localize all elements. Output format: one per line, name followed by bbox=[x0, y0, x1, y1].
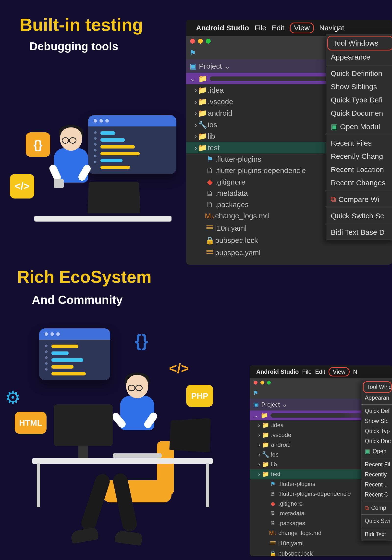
view-menu-item[interactable]: Quick Typ bbox=[361, 426, 392, 436]
menu-item-label: Recent C bbox=[365, 491, 388, 498]
view-menu-item[interactable]: Quick Swi bbox=[361, 516, 392, 526]
view-menu-item[interactable]: Quick Documen bbox=[326, 107, 392, 120]
view-menu-item[interactable]: Recent Fil bbox=[361, 460, 392, 470]
close-icon[interactable] bbox=[254, 381, 257, 385]
chevron-down-icon: ⌄ bbox=[282, 401, 287, 408]
view-menu-item[interactable]: Appearance bbox=[326, 50, 392, 64]
tree-item-label: pubspec.lock bbox=[278, 550, 313, 556]
tree-item-pubspec-yaml[interactable]: ›𝍢pubspec.yaml bbox=[186, 246, 392, 259]
view-menu-item[interactable]: Bidi Text bbox=[361, 529, 392, 539]
chevron-right-icon: › bbox=[258, 471, 260, 478]
view-menu-item[interactable]: Tool Windows bbox=[327, 36, 392, 50]
view-menu-item[interactable]: Recent L bbox=[361, 480, 392, 490]
laptop-illustration bbox=[169, 418, 211, 452]
section2-subtitle: And Community bbox=[32, 293, 152, 307]
chevron-right-icon: › bbox=[195, 86, 197, 94]
view-menu-item[interactable]: ⧉Comp bbox=[361, 503, 392, 513]
tree-item-label: lib bbox=[208, 132, 215, 140]
app-name[interactable]: Android Studio bbox=[196, 24, 249, 32]
module-icon: ▣ bbox=[365, 448, 370, 455]
tree-item-label: change_logs.md bbox=[278, 530, 321, 536]
menu-view[interactable]: View bbox=[329, 367, 350, 376]
tree-item-label: ios bbox=[271, 451, 279, 458]
laptop-illustration bbox=[88, 182, 140, 213]
view-menu-item[interactable]: ▣Open bbox=[361, 446, 392, 456]
folder-icon: 📁 bbox=[261, 412, 268, 419]
view-menu-item[interactable]: Recent Files bbox=[326, 137, 392, 150]
code-tag-icon: </> bbox=[10, 174, 34, 199]
menu-item-label: Bidi Text bbox=[365, 531, 386, 538]
chevron-down-icon: ⌄ bbox=[253, 412, 258, 419]
tree-item-label: .metadata bbox=[278, 510, 305, 517]
tree-item-label: .flutter-plugins bbox=[278, 481, 315, 487]
menu-item-label: Tool Wind bbox=[367, 384, 392, 390]
view-menu-item[interactable]: ▣Open Modul bbox=[326, 120, 392, 133]
gear-icon: ⚙ bbox=[5, 387, 24, 407]
menu-edit[interactable]: Edit bbox=[272, 24, 284, 32]
view-menu-dropdown: Tool WindAppearanQuick DefShow SibQuick … bbox=[361, 380, 392, 541]
menu-item-label: Show Siblings bbox=[331, 83, 377, 91]
chevron-right-icon: › bbox=[195, 144, 197, 152]
view-menu-item[interactable]: Recent Location bbox=[326, 163, 392, 176]
project-icon: ▣ bbox=[190, 62, 196, 70]
menu-item-label: Appearance bbox=[331, 53, 370, 61]
chevron-down-icon: ⌄ bbox=[190, 74, 196, 83]
menu-view[interactable]: View bbox=[290, 23, 314, 33]
menu-navigate[interactable]: N bbox=[353, 368, 357, 375]
project-label: Project bbox=[261, 401, 280, 408]
menu-item-label: Bidi Text Base D bbox=[331, 228, 385, 236]
menu-item-label: Quick Definition bbox=[331, 69, 382, 78]
menu-item-label: Quick Switch Sc bbox=[331, 212, 384, 220]
menu-navigate[interactable]: Navigat bbox=[319, 24, 344, 32]
view-menu-item[interactable]: Recent Changes bbox=[326, 176, 392, 189]
tree-item-label: .metadata bbox=[215, 189, 248, 198]
menu-item-label: Recent Fil bbox=[365, 461, 390, 468]
menu-file[interactable]: File bbox=[255, 24, 266, 32]
zoom-icon[interactable] bbox=[267, 381, 271, 385]
view-menu-item[interactable]: Quick Doc bbox=[361, 436, 392, 446]
monitor-illustration bbox=[54, 404, 113, 446]
view-menu-item[interactable]: Tool Wind bbox=[363, 381, 392, 393]
view-menu-item[interactable]: Appearan bbox=[361, 393, 392, 403]
chevron-right-icon: › bbox=[258, 441, 260, 448]
tree-item-label: .vscode bbox=[271, 432, 291, 438]
chevron-right-icon: › bbox=[258, 432, 260, 438]
menu-item-label: Appearan bbox=[365, 395, 389, 401]
close-icon[interactable] bbox=[190, 39, 195, 44]
view-menu-item[interactable]: Show Sib bbox=[361, 416, 392, 426]
view-menu-item[interactable]: Quick Def bbox=[361, 406, 392, 416]
tree-item-label: .vscode bbox=[208, 98, 233, 106]
view-menu-item[interactable]: Quick Switch Sc bbox=[326, 209, 392, 223]
view-menu-item[interactable]: Quick Type Defi bbox=[326, 93, 392, 107]
chevron-right-icon: › bbox=[195, 121, 197, 129]
menu-edit[interactable]: Edit bbox=[315, 368, 325, 375]
curly-braces-icon: {} bbox=[26, 132, 50, 157]
tree-item-label: test bbox=[208, 144, 220, 152]
view-menu-item[interactable]: Recently Chang bbox=[326, 150, 392, 163]
view-menu-item[interactable]: Bidi Text Base D bbox=[326, 226, 392, 239]
illustration-ecosystem: ⚙ {} </> PHP HTML bbox=[5, 326, 218, 547]
menu-item-label: Compare Wi bbox=[338, 195, 379, 204]
tree-item-label: l10n.yaml bbox=[215, 224, 246, 232]
app-name[interactable]: Android Studio bbox=[256, 368, 299, 375]
menu-item-label: Recent Changes bbox=[331, 179, 385, 187]
minimize-icon[interactable] bbox=[198, 39, 203, 44]
view-menu-item[interactable]: ⧉Compare Wi bbox=[326, 193, 392, 206]
menu-file[interactable]: File bbox=[302, 368, 312, 375]
tree-item-label: android bbox=[271, 441, 291, 448]
tree-item-pubspec-lock[interactable]: ›🔒pubspec.lock bbox=[250, 549, 392, 556]
tree-item-label: .idea bbox=[208, 86, 224, 94]
flutter-icon: ⚑ bbox=[253, 390, 258, 396]
compare-icon: ⧉ bbox=[365, 505, 369, 511]
menu-item-label: Quick Swi bbox=[365, 518, 390, 524]
view-menu-item[interactable]: Show Siblings bbox=[326, 80, 392, 93]
view-menu-item[interactable]: Quick Definition bbox=[326, 67, 392, 80]
tree-item-label: .flutter-plugins-dependencie bbox=[215, 166, 306, 175]
view-menu-item[interactable]: Recently bbox=[361, 470, 392, 480]
zoom-icon[interactable] bbox=[206, 39, 211, 44]
view-menu-item[interactable]: Recent C bbox=[361, 490, 392, 500]
minimize-icon[interactable] bbox=[260, 381, 264, 385]
tree-item-label: ios bbox=[208, 121, 217, 129]
menu-item-label: Open bbox=[373, 448, 386, 455]
tree-item-label: test bbox=[271, 471, 281, 478]
